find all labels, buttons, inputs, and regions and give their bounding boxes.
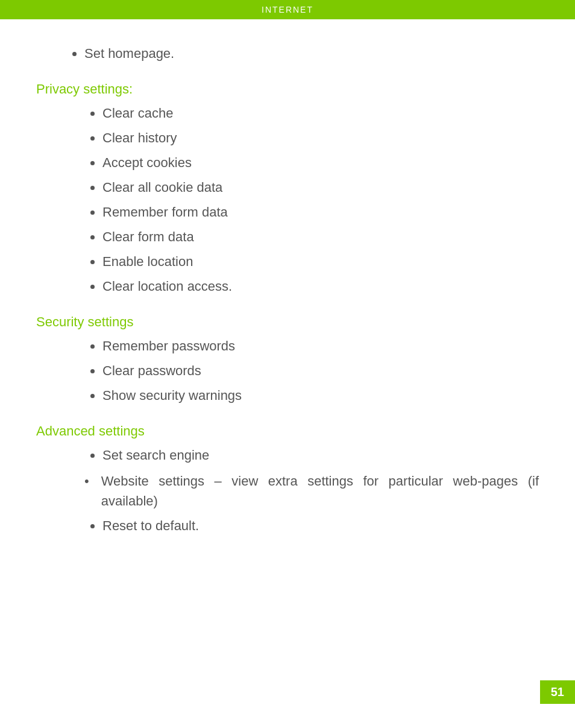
security-section-title: Security settings <box>36 314 539 330</box>
privacy-section-list: Clear cacheClear historyAccept cookiesCl… <box>36 103 539 296</box>
privacy-list-item: Clear all cookie data <box>102 177 539 197</box>
website-settings-text: Website settings – view extra settings f… <box>101 471 539 511</box>
privacy-list-item: Accept cookies <box>102 153 539 173</box>
security-list-item: Show security warnings <box>102 385 539 405</box>
intro-list: Set homepage. <box>36 43 539 63</box>
header-bar: INTERNET <box>0 0 575 19</box>
advanced-section-list: Set search engine <box>36 445 539 465</box>
privacy-list-item: Clear location access. <box>102 276 539 296</box>
reset-to-default-item: Reset to default. <box>102 516 539 536</box>
bullet-icon: • <box>84 471 89 491</box>
security-list-item: Remember passwords <box>102 336 539 356</box>
website-settings-item: • Website settings – view extra settings… <box>36 471 539 511</box>
advanced-list-item: Set search engine <box>102 445 539 465</box>
security-list-item: Clear passwords <box>102 361 539 381</box>
security-section-list: Remember passwordsClear passwordsShow se… <box>36 336 539 405</box>
privacy-list-item: Clear cache <box>102 103 539 123</box>
advanced-section-title: Advanced settings <box>36 423 539 439</box>
privacy-section-title: Privacy settings: <box>36 81 539 97</box>
privacy-list-item: Remember form data <box>102 202 539 222</box>
privacy-list-item: Clear history <box>102 128 539 148</box>
page-number-container: 51 <box>540 680 575 704</box>
page-number: 51 <box>540 680 575 704</box>
privacy-list-item: Clear form data <box>102 227 539 247</box>
intro-list-item: Set homepage. <box>84 43 539 63</box>
privacy-list-item: Enable location <box>102 252 539 271</box>
main-content: Set homepage. Privacy settings: Clear ca… <box>0 19 575 566</box>
reset-item-list: Reset to default. <box>36 516 539 536</box>
header-title: INTERNET <box>262 5 313 14</box>
